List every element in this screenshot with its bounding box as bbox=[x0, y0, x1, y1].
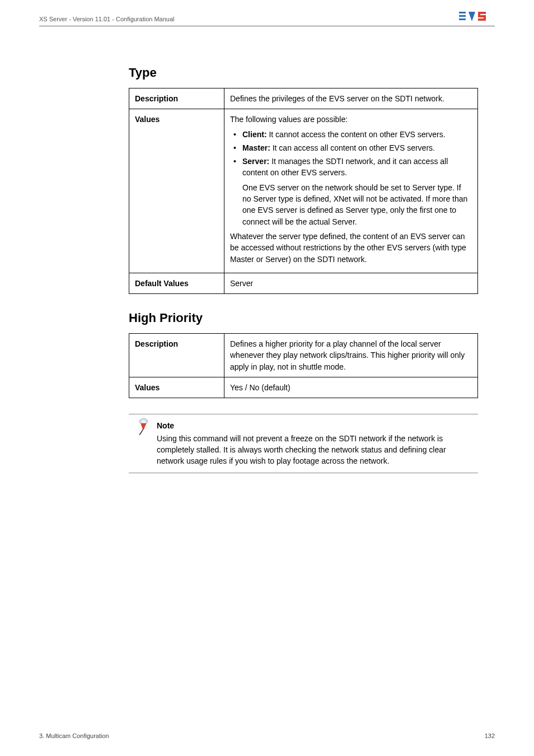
high-priority-table: Description Defines a higher priority fo… bbox=[129, 333, 478, 398]
note-body: Using this command will not prevent a fr… bbox=[157, 433, 474, 467]
label-values: Values bbox=[129, 377, 224, 398]
section-title-high-priority: High Priority bbox=[129, 311, 478, 325]
values-bullet-list: Client: It cannot access the content on … bbox=[230, 129, 472, 179]
table-row: Description Defines the privileges of th… bbox=[129, 88, 478, 109]
svg-marker-11 bbox=[140, 423, 146, 429]
svg-rect-0 bbox=[459, 12, 466, 13]
label-description: Description bbox=[129, 88, 224, 109]
note-box: Note Using this command will not prevent… bbox=[129, 414, 478, 473]
list-item: Server: It manages the SDTI network, and… bbox=[230, 156, 472, 179]
svg-rect-1 bbox=[459, 15, 466, 17]
bullet-rest: It cannot access the content on other EV… bbox=[267, 130, 446, 139]
evs-logo bbox=[459, 10, 495, 22]
type-table: Description Defines the privileges of th… bbox=[129, 88, 478, 294]
footer-left: 3. Multicam Configuration bbox=[39, 732, 109, 739]
value-default-values: Server bbox=[224, 273, 478, 293]
svg-point-10 bbox=[141, 420, 146, 423]
note-title: Note bbox=[157, 420, 474, 431]
pin-icon bbox=[132, 417, 151, 436]
label-values: Values bbox=[129, 109, 224, 273]
value-values: The following values are possible: Clien… bbox=[224, 109, 478, 273]
value-values: Yes / No (default) bbox=[224, 377, 478, 398]
table-row: Default Values Server bbox=[129, 273, 478, 293]
bullet-term: Master: bbox=[242, 143, 270, 152]
list-item: Client: It cannot access the content on … bbox=[230, 129, 472, 140]
table-row: Values Yes / No (default) bbox=[129, 377, 478, 398]
bullet-term: Server: bbox=[242, 157, 269, 166]
bullet-rest: It can access all content on other EVS s… bbox=[270, 143, 435, 152]
label-default-values: Default Values bbox=[129, 273, 224, 293]
svg-marker-3 bbox=[469, 12, 475, 21]
svg-rect-8 bbox=[478, 18, 486, 21]
section-title-type: Type bbox=[129, 66, 478, 80]
values-intro: The following values are possible: bbox=[230, 114, 472, 125]
value-description: Defines a higher priority for a play cha… bbox=[224, 334, 478, 377]
list-item: Master: It can access all content on oth… bbox=[230, 142, 472, 153]
table-row: Description Defines a higher priority fo… bbox=[129, 334, 478, 377]
footer-page-number: 132 bbox=[485, 732, 495, 739]
value-description: Defines the privileges of the EVS server… bbox=[224, 88, 478, 109]
whatever-note: Whatever the server type defined, the co… bbox=[230, 231, 472, 265]
table-row: Values The following values are possible… bbox=[129, 109, 478, 273]
bullet-rest: It manages the SDTI network, and it can … bbox=[242, 157, 448, 177]
page-header-title: XS Server - Version 11.01 - Configuratio… bbox=[39, 16, 175, 22]
svg-rect-2 bbox=[459, 18, 466, 20]
svg-line-13 bbox=[140, 429, 143, 435]
label-description: Description bbox=[129, 334, 224, 377]
bullet-term: Client: bbox=[242, 130, 267, 139]
server-note: One EVS server on the network should be … bbox=[230, 182, 472, 227]
